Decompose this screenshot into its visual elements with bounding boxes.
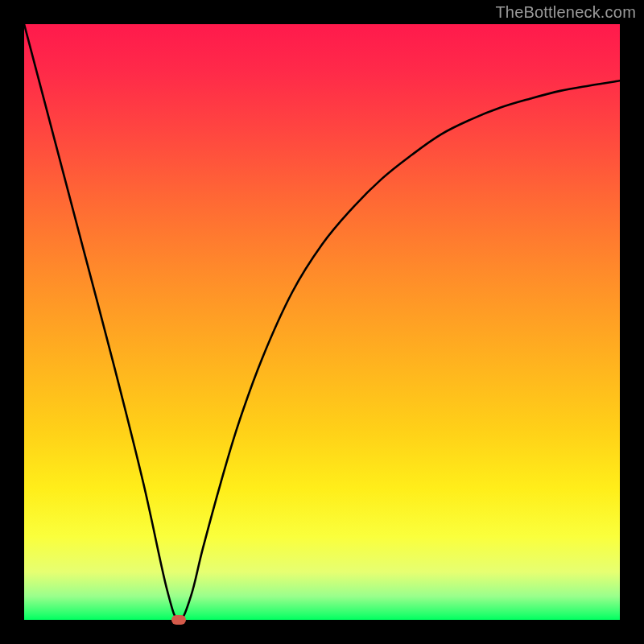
plot-area — [24, 24, 620, 620]
curve-svg-layer — [24, 24, 620, 620]
optimal-point-marker — [171, 615, 186, 625]
watermark-text: TheBottleneck.com — [495, 3, 636, 22]
chart-frame: TheBottleneck.com — [0, 0, 644, 644]
bottleneck-curve — [24, 24, 620, 620]
